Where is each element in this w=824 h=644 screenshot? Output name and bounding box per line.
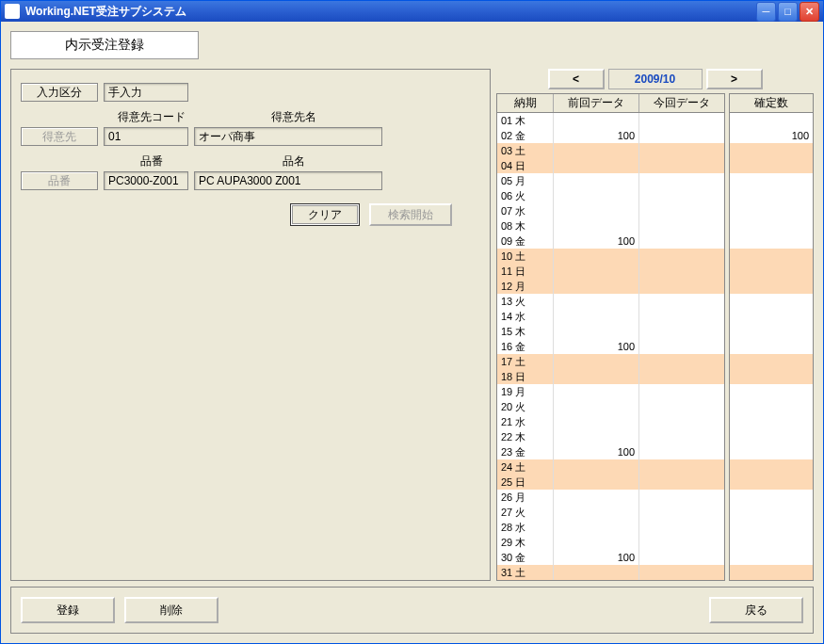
- cell-prev[interactable]: [554, 520, 639, 535]
- cell-curr[interactable]: [639, 143, 724, 158]
- cell-confirmed[interactable]: [730, 384, 813, 399]
- register-button[interactable]: 登録: [21, 597, 115, 623]
- table-row[interactable]: 02 金100: [497, 128, 724, 143]
- table-row[interactable]: [730, 354, 813, 369]
- cell-confirmed[interactable]: [730, 505, 813, 520]
- cell-confirmed[interactable]: [730, 429, 813, 444]
- table-row[interactable]: 100: [730, 128, 813, 143]
- maximize-button[interactable]: □: [778, 2, 798, 22]
- table-row[interactable]: [730, 550, 813, 565]
- cell-curr[interactable]: [639, 324, 724, 339]
- table-row[interactable]: [730, 233, 813, 249]
- delete-button[interactable]: 削除: [124, 597, 218, 623]
- cell-curr[interactable]: [639, 113, 724, 128]
- cell-confirmed[interactable]: [730, 279, 813, 294]
- cell-prev[interactable]: [554, 565, 639, 580]
- table-row[interactable]: 21 水: [497, 414, 724, 429]
- table-row[interactable]: 05 月: [497, 173, 724, 188]
- table-row[interactable]: [730, 520, 813, 535]
- prev-month-button[interactable]: <: [548, 69, 605, 89]
- cell-prev[interactable]: [554, 218, 639, 233]
- cell-curr[interactable]: [639, 565, 724, 580]
- table-row[interactable]: [730, 188, 813, 203]
- table-row[interactable]: [730, 490, 813, 505]
- next-month-button[interactable]: >: [706, 69, 763, 89]
- cell-curr[interactable]: [639, 279, 724, 294]
- cell-prev[interactable]: [554, 294, 639, 309]
- input-div-field[interactable]: 手入力: [104, 83, 188, 102]
- table-row[interactable]: 25 日: [497, 475, 724, 490]
- product-code-field[interactable]: PC3000-Z001: [104, 171, 188, 190]
- clear-button[interactable]: クリア: [290, 203, 360, 226]
- table-row[interactable]: 30 金100: [497, 550, 724, 565]
- table-row[interactable]: [730, 294, 813, 309]
- table-row[interactable]: 29 木: [497, 535, 724, 550]
- cell-prev[interactable]: [554, 505, 639, 520]
- cell-prev[interactable]: [554, 158, 639, 173]
- cell-prev[interactable]: [554, 490, 639, 505]
- cell-confirmed[interactable]: [730, 550, 813, 565]
- cell-prev[interactable]: [554, 429, 639, 444]
- cell-confirmed[interactable]: [730, 203, 813, 218]
- table-row[interactable]: [730, 113, 813, 128]
- cell-prev[interactable]: [554, 384, 639, 399]
- cell-confirmed[interactable]: [730, 249, 813, 264]
- table-row[interactable]: [730, 203, 813, 218]
- table-row[interactable]: 01 木: [497, 113, 724, 128]
- cell-curr[interactable]: [639, 294, 724, 309]
- table-row[interactable]: [730, 218, 813, 233]
- table-row[interactable]: [730, 279, 813, 294]
- table-row[interactable]: 13 火: [497, 294, 724, 309]
- cell-curr[interactable]: [639, 505, 724, 520]
- table-row[interactable]: [730, 414, 813, 429]
- table-row[interactable]: [730, 143, 813, 158]
- table-row[interactable]: [730, 324, 813, 339]
- table-row[interactable]: [730, 249, 813, 264]
- table-row[interactable]: [730, 158, 813, 173]
- cell-confirmed[interactable]: [730, 354, 813, 369]
- cell-curr[interactable]: [639, 128, 724, 143]
- cell-confirmed[interactable]: [730, 324, 813, 339]
- table-row[interactable]: 12 月: [497, 279, 724, 294]
- cell-curr[interactable]: [639, 369, 724, 384]
- cell-prev[interactable]: [554, 414, 639, 429]
- cell-prev[interactable]: 100: [554, 233, 639, 249]
- table-row[interactable]: 14 水: [497, 309, 724, 324]
- cell-confirmed[interactable]: [730, 264, 813, 279]
- cell-confirmed[interactable]: [730, 535, 813, 550]
- table-row[interactable]: 22 木: [497, 429, 724, 444]
- cell-confirmed[interactable]: [730, 309, 813, 324]
- cell-curr[interactable]: [639, 249, 724, 264]
- cell-confirmed[interactable]: [730, 490, 813, 505]
- cell-prev[interactable]: 100: [554, 550, 639, 565]
- cell-prev[interactable]: [554, 399, 639, 414]
- cell-confirmed[interactable]: [730, 158, 813, 173]
- cell-curr[interactable]: [639, 188, 724, 203]
- table-row[interactable]: 06 火: [497, 188, 724, 203]
- cell-curr[interactable]: [639, 173, 724, 188]
- cell-confirmed[interactable]: [730, 444, 813, 459]
- cell-prev[interactable]: [554, 188, 639, 203]
- customer-code-field[interactable]: 01: [104, 127, 188, 146]
- cell-prev[interactable]: [554, 475, 639, 490]
- cell-prev[interactable]: [554, 173, 639, 188]
- cell-confirmed[interactable]: [730, 143, 813, 158]
- product-name-field[interactable]: PC AUPA3000 Z001: [194, 171, 382, 190]
- cell-curr[interactable]: [639, 444, 724, 459]
- table-row[interactable]: 10 土: [497, 249, 724, 264]
- table-row[interactable]: [730, 339, 813, 354]
- cell-prev[interactable]: 100: [554, 444, 639, 459]
- cell-curr[interactable]: [639, 264, 724, 279]
- cell-curr[interactable]: [639, 218, 724, 233]
- cell-confirmed[interactable]: [730, 113, 813, 128]
- table-row[interactable]: 24 土: [497, 459, 724, 475]
- cell-prev[interactable]: [554, 309, 639, 324]
- table-row[interactable]: [730, 384, 813, 399]
- cell-prev[interactable]: 100: [554, 339, 639, 354]
- table-row[interactable]: 18 日: [497, 369, 724, 384]
- table-row[interactable]: 04 日: [497, 158, 724, 173]
- table-row[interactable]: 31 土: [497, 565, 724, 580]
- cell-prev[interactable]: 100: [554, 128, 639, 143]
- cell-curr[interactable]: [639, 354, 724, 369]
- table-row[interactable]: [730, 565, 813, 580]
